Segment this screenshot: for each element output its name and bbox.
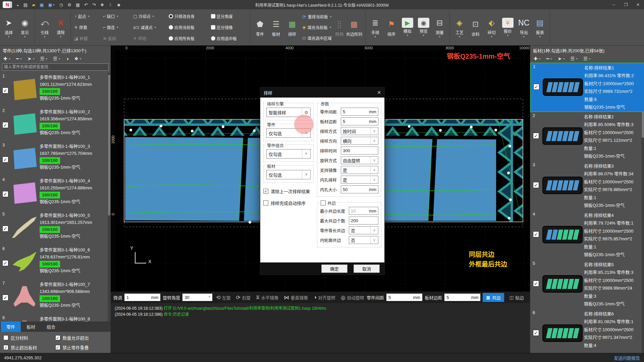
panel-tool-button[interactable]: ✚ ▼ bbox=[3, 56, 11, 61]
ribbon-stack-button[interactable]: ◇ 填充选中区域 ▼ bbox=[302, 34, 332, 42]
parameter-select[interactable]: 横向 ˅ bbox=[341, 137, 378, 145]
checkbox[interactable] bbox=[211, 25, 215, 29]
transform-action-button[interactable]: ⋈ 垂直镜像 bbox=[284, 294, 308, 301]
chevron-down-icon[interactable]: ˅ bbox=[302, 129, 310, 137]
clear-last-result-option[interactable]: 清除上一次排样结果 bbox=[263, 188, 314, 194]
ribbon-button[interactable]: ⣿ 阵列 ▼ bbox=[334, 9, 345, 45]
panel-tool-button[interactable]: ◑ ▼ bbox=[66, 56, 69, 61]
chevron-down-icon[interactable]: ▼ bbox=[329, 26, 332, 28]
sheet-checkbox[interactable] bbox=[533, 133, 539, 139]
engine-select[interactable]: 智能排样 ⚙ bbox=[266, 108, 311, 117]
radio-button[interactable] bbox=[169, 25, 173, 29]
panel-tool-button[interactable]: ✚ ▼ bbox=[534, 56, 541, 61]
ribbon-button[interactable]: ◉ 显示 ▼ bbox=[17, 9, 33, 45]
chevron-down-icon[interactable]: ▼ bbox=[20, 58, 22, 60]
panel-tool-button[interactable]: ☰ ▼ bbox=[40, 56, 48, 61]
chevron-down-icon[interactable]: ˅ bbox=[370, 227, 378, 234]
ribbon-button[interactable]: ⚑ 排序 ▼ bbox=[383, 9, 399, 45]
sheet-result-item[interactable]: 2 名称:排样结果2 利用率:85.506% 零件数:3 板材尺寸:10000m… bbox=[530, 112, 644, 161]
part-scope-select[interactable]: 仅勾选 ˅ bbox=[266, 128, 311, 138]
chevron-down-icon[interactable]: ▼ bbox=[24, 36, 26, 38]
ribbon-small-item[interactable]: ✛ 停靠 ▼ bbox=[72, 24, 101, 30]
chevron-down-icon[interactable]: ▼ bbox=[45, 58, 48, 60]
ribbon-button[interactable]: ▩ 共边阵列 ▼ bbox=[345, 9, 364, 45]
sheet-result-item[interactable]: 1 名称:排样结果1 利用率:86.431% 零件数:2 板材尺寸:10000m… bbox=[530, 63, 644, 112]
chevron-down-icon[interactable]: ▼ bbox=[539, 36, 541, 38]
parameter-input[interactable]: 50 mm bbox=[341, 185, 378, 193]
chevron-down-icon[interactable]: ▼ bbox=[539, 58, 541, 60]
ribbon-button[interactable]: ▦ 排样 ▼ bbox=[284, 9, 300, 45]
sheet-result-item[interactable]: 5 名称:排样结果5 利用率:85.213% 零件数:3 板材尺寸:10000m… bbox=[530, 260, 644, 309]
parameter-input[interactable]: 10 mm bbox=[349, 207, 378, 215]
panel-tab[interactable]: 零件 bbox=[1, 321, 21, 332]
chevron-down-icon[interactable]: ˅ bbox=[302, 149, 310, 158]
auto-sort-option[interactable]: 排样完成自动排序 bbox=[263, 200, 314, 206]
coedge-header[interactable]: 共边 bbox=[319, 200, 337, 206]
chevron-down-icon[interactable]: ▼ bbox=[422, 34, 425, 37]
chevron-down-icon[interactable]: ▼ bbox=[589, 58, 591, 60]
ribbon-small-item[interactable]: 应用选中板 ▼ bbox=[209, 36, 248, 41]
chevron-down-icon[interactable]: ▼ bbox=[550, 58, 552, 60]
sheet-checkbox[interactable] bbox=[533, 281, 539, 287]
quick-access-icon[interactable]: ☻ ▼ bbox=[116, 3, 121, 7]
quick-access-icon[interactable]: ▰ ▼ bbox=[32, 3, 35, 7]
panel-tool-button[interactable]: ❖ ▼ bbox=[74, 56, 82, 61]
part-search-input[interactable] bbox=[2, 63, 109, 71]
chevron-down-icon[interactable]: ▼ bbox=[116, 26, 119, 28]
chevron-down-icon[interactable]: ▼ bbox=[438, 36, 441, 38]
ribbon-small-item[interactable]: ⌐ 缺口 ▼ bbox=[101, 13, 131, 19]
part-list-item[interactable]: 7 多零件案例3-1-每种100_7 1343.698mm*906.568mm … bbox=[0, 280, 111, 314]
parameter-select[interactable]: 自由旋转 ˅ bbox=[341, 156, 378, 164]
ribbon-button[interactable]: ✖ 清除 ▼ bbox=[53, 9, 69, 45]
chevron-down-icon[interactable]: ˅ bbox=[370, 157, 378, 164]
transform-action-button[interactable]: ⟲ 左旋 bbox=[216, 294, 230, 301]
sheet-scope-select[interactable]: 仅勾选 ˅ bbox=[266, 170, 311, 179]
panel-tool-button[interactable]: ━ ▼ bbox=[546, 56, 552, 61]
ribbon-small-item[interactable]: 应用所有板 ▼ bbox=[167, 36, 209, 41]
ribbon-stack-button[interactable]: ⟳ 重排当前板 ▼ bbox=[302, 13, 332, 21]
panel-tool-button[interactable]: ━ ▼ bbox=[16, 56, 22, 61]
transform-action-button[interactable]: ◑ 对齐旋转 bbox=[313, 294, 335, 301]
parameter-select[interactable]: 按时间 ˅ bbox=[341, 127, 378, 135]
sheet-result-item[interactable]: 3 名称:排样结果3 利用率:86.07% 零件数:34 板材尺寸:10000m… bbox=[530, 161, 644, 210]
chevron-down-icon[interactable]: ▼ bbox=[154, 26, 156, 28]
dialog-title-bar[interactable]: 排样 ✕ bbox=[260, 87, 384, 98]
sheet-checkbox[interactable] bbox=[533, 330, 539, 336]
chevron-down-icon[interactable]: ▼ bbox=[44, 36, 46, 38]
chevron-down-icon[interactable]: ▼ bbox=[58, 58, 61, 60]
parameter-select[interactable]: 否 ˅ bbox=[349, 226, 378, 234]
chevron-down-icon[interactable]: ▼ bbox=[53, 4, 55, 6]
parameter-input[interactable]: 200 bbox=[349, 217, 378, 225]
ribbon-small-item[interactable]: 区分镜像 ▼ bbox=[209, 24, 248, 30]
option-row[interactable]: 禁止超出板材 bbox=[3, 344, 55, 351]
close-button[interactable]: ✕ bbox=[632, 0, 644, 9]
chevron-down-icon[interactable]: ▼ bbox=[8, 36, 10, 38]
quick-access-icon[interactable]: ▦ ▼ bbox=[76, 3, 80, 7]
option-row[interactable]: 区分材料 bbox=[3, 335, 55, 341]
quick-access-icon[interactable]: ▣ ▼ bbox=[48, 3, 55, 7]
radio-button[interactable] bbox=[169, 14, 173, 18]
radio-button[interactable] bbox=[169, 36, 173, 41]
ribbon-small-item[interactable]: ◔ 起点 ▼ bbox=[72, 13, 101, 19]
ribbon-button[interactable]: ☰ 板材 ▼ bbox=[268, 9, 284, 45]
quick-access-icon[interactable]: ▤ ▼ bbox=[23, 3, 28, 7]
panel-tool-button[interactable]: ☰ ▼ bbox=[571, 56, 578, 61]
parameter-input[interactable]: 5 mm bbox=[341, 108, 378, 116]
ribbon-button[interactable]: ◈ 工艺 ▼ bbox=[451, 9, 468, 45]
part-list-item[interactable]: 6 多零件案例3-1-每种100_6 1478.637mm*1276.81mm … bbox=[0, 245, 111, 280]
ribbon-stack-button[interactable]: ◈ 填充当前板 ▼ bbox=[302, 23, 332, 31]
chevron-down-icon[interactable]: ▼ bbox=[374, 36, 376, 38]
chevron-down-icon[interactable]: ▼ bbox=[523, 36, 525, 38]
chevron-down-icon[interactable]: ▼ bbox=[116, 15, 119, 17]
chevron-down-icon[interactable]: ▼ bbox=[330, 15, 332, 18]
quick-access-icon[interactable]: ❖ ▼ bbox=[100, 3, 104, 7]
ribbon-button[interactable]: ▶ 模拟 ▼ bbox=[399, 9, 416, 45]
rotate-angle-input[interactable]: 30° bbox=[182, 294, 212, 301]
ribbon-button[interactable]: ⬟ 零件 ▼ bbox=[252, 9, 268, 45]
sheet-checkbox[interactable] bbox=[533, 84, 539, 90]
part-gap-input[interactable]: 5mm bbox=[386, 294, 422, 301]
radio-button[interactable] bbox=[211, 36, 215, 41]
parameter-select[interactable]: 是 ˅ bbox=[341, 176, 378, 184]
transform-action-button[interactable]: ⧖ 水平镜像 bbox=[256, 294, 278, 301]
checkbox[interactable] bbox=[211, 14, 215, 18]
